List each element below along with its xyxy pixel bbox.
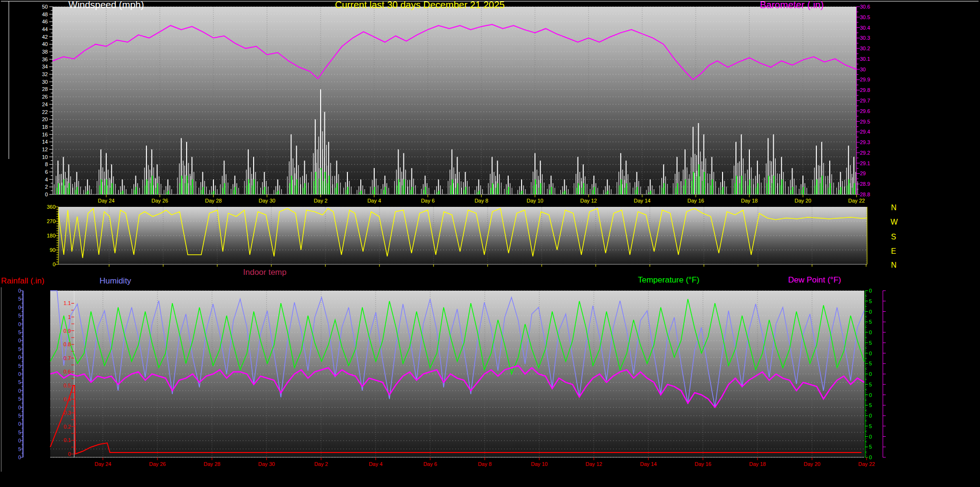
humidity-ytick: 5 (2, 330, 21, 335)
barometer-ytick: 29.5 (860, 119, 879, 125)
day-tick-bottom: Day 12 (579, 462, 608, 467)
windspeed-ytick: 32 (29, 72, 48, 77)
temperature-ytick: 5 (869, 444, 876, 450)
rain-ytick: 0.3 (52, 410, 71, 416)
barometer-ytick: 30.6 (860, 4, 879, 10)
day-tick-bottom: Day 6 (416, 462, 445, 467)
day-tick-top: Day 8 (467, 198, 496, 204)
day-tick-top: Day 16 (681, 198, 710, 204)
day-tick-top: Day 14 (628, 198, 657, 204)
windspeed-ytick: 50 (29, 4, 48, 10)
rain-ytick: 0.1 (52, 438, 71, 443)
day-tick-bottom: Day 4 (361, 462, 390, 467)
weather-display-window: Windspeed (mph) Current last 30 days Dec… (0, 0, 980, 487)
humidity-ytick: 5 (2, 413, 21, 419)
barometer-ytick: 29.8 (860, 88, 879, 93)
windspeed-ytick: 0 (29, 192, 48, 197)
windspeed-ytick: 8 (29, 162, 48, 167)
humidity-ytick: 0 (2, 288, 21, 294)
barometer-ytick: 30.2 (860, 46, 879, 51)
barometer-ytick: 29 (860, 171, 879, 176)
humidity-ytick: 0 (2, 455, 21, 460)
humidity-ytick: 0 (2, 305, 21, 310)
rain-ytick: 0.8 (52, 342, 71, 347)
humidity-ytick: 5 (2, 396, 21, 402)
temperature-ytick: 5 (869, 361, 876, 366)
rain-ytick: 0.7 (52, 356, 71, 361)
windspeed-ytick: 18 (29, 125, 48, 130)
indoor-temp-label: Indoor temp (243, 268, 287, 276)
day-tick-top: Day 20 (789, 198, 817, 204)
compass-e: E (891, 248, 896, 255)
rain-ytick: 0.9 (52, 328, 71, 334)
temperature-ytick: 5 (869, 382, 876, 387)
windspeed-ytick: 26 (29, 94, 48, 100)
temperature-label: Temperature (°F) (638, 276, 700, 284)
barometer-ytick: 30 (860, 67, 879, 72)
direction-ytick: 0 (36, 262, 56, 267)
day-tick-top: Day 10 (521, 198, 549, 204)
humidity-ytick: 0 (2, 372, 21, 377)
windspeed-ytick: 30 (29, 79, 48, 85)
day-tick-bottom: Day 24 (89, 462, 117, 467)
windspeed-ytick: 12 (29, 147, 48, 152)
temperature-ytick: 0 (869, 288, 876, 294)
humidity-ytick: 5 (2, 447, 21, 452)
temperature-ytick: 5 (869, 403, 876, 408)
barometer-ytick: 29.1 (860, 161, 879, 166)
day-tick-bottom: Day 2 (307, 462, 335, 467)
windspeed-ytick: 20 (29, 117, 48, 122)
day-tick-bottom: Day 28 (198, 462, 226, 467)
rain-ytick: 0 (52, 452, 71, 457)
humidity-ytick: 5 (2, 313, 21, 318)
rain-ytick: 0.4 (52, 397, 71, 402)
humidity-ytick: 0 (2, 338, 21, 343)
barometer-ytick: 29.9 (860, 77, 879, 82)
day-tick-bottom: Day 18 (743, 462, 772, 467)
rain-ytick: 1 (52, 315, 71, 320)
windspeed-ytick: 48 (29, 12, 48, 17)
barometer-ytick: 28.8 (860, 192, 879, 197)
rain-ytick: 0.2 (52, 424, 71, 430)
direction-ytick: 360 (36, 204, 56, 210)
day-tick-bottom: Day 16 (689, 462, 717, 467)
humidity-ytick: 5 (2, 296, 21, 302)
day-tick-top: Day 28 (199, 198, 228, 204)
temperature-ytick: 5 (869, 299, 876, 304)
temperature-ytick: 0 (869, 309, 876, 315)
compass-n-top: N (891, 204, 897, 212)
barometer-ytick: 29.7 (860, 98, 879, 103)
day-tick-bottom: Day 14 (634, 462, 663, 467)
day-tick-top: Day 4 (360, 198, 389, 204)
windspeed-title: Windspeed (mph) (68, 0, 144, 10)
windspeed-ytick: 4 (29, 177, 48, 182)
temperature-ytick: 5 (869, 340, 876, 346)
humidity-ytick: 0 (2, 405, 21, 410)
windspeed-ytick: 44 (29, 27, 48, 32)
temperature-ytick: 5 (869, 424, 876, 429)
humidity-ytick: 0 (2, 438, 21, 443)
windspeed-ytick: 22 (29, 110, 48, 115)
windspeed-ytick: 38 (29, 49, 48, 55)
humidity-ytick: 5 (2, 380, 21, 385)
day-tick-bottom: Day 26 (143, 462, 172, 467)
day-tick-top: Day 12 (574, 198, 603, 204)
windspeed-ytick: 46 (29, 19, 48, 24)
humidity-ytick: 0 (2, 322, 21, 327)
compass-n-bottom: N (891, 261, 897, 269)
barometer-ytick: 30.4 (860, 25, 879, 31)
barometer-title: Barometer (.in) (760, 0, 824, 10)
windspeed-ytick: 28 (29, 87, 48, 92)
dew-point-label: Dew Point (°F) (788, 276, 841, 284)
current-period-title: Current last 30 days December 21 2025 (335, 0, 505, 10)
barometer-ytick: 28.9 (860, 181, 879, 187)
humidity-ytick: 5 (2, 430, 21, 435)
barometer-ytick: 29.6 (860, 109, 879, 114)
temperature-ytick: 5 (869, 319, 876, 325)
temperature-ytick: 0 (869, 393, 876, 398)
windspeed-ytick: 16 (29, 132, 48, 137)
barometer-ytick: 29.2 (860, 150, 879, 156)
rain-ytick: 1.1 (52, 301, 71, 306)
temperature-ytick: 0 (869, 372, 876, 377)
temperature-ytick: 0 (869, 455, 876, 460)
